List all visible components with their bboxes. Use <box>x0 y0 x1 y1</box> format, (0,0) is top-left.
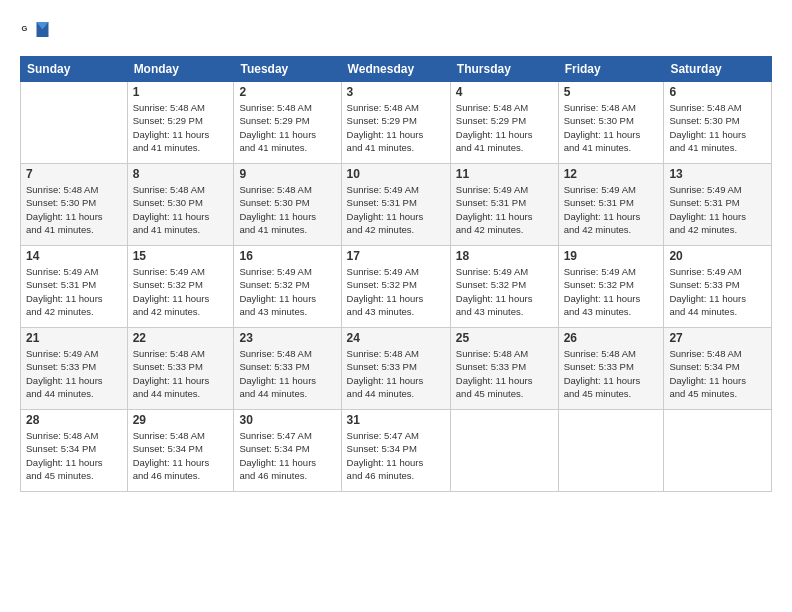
calendar-cell: 3Sunrise: 5:48 AMSunset: 5:29 PMDaylight… <box>341 82 450 164</box>
day-info: Sunrise: 5:48 AMSunset: 5:30 PMDaylight:… <box>133 183 229 236</box>
calendar-cell: 17Sunrise: 5:49 AMSunset: 5:32 PMDayligh… <box>341 246 450 328</box>
day-number: 8 <box>133 167 229 181</box>
day-info: Sunrise: 5:49 AMSunset: 5:32 PMDaylight:… <box>347 265 445 318</box>
day-number: 20 <box>669 249 766 263</box>
calendar-week-4: 28Sunrise: 5:48 AMSunset: 5:34 PMDayligh… <box>21 410 772 492</box>
calendar-table: Sunday Monday Tuesday Wednesday Thursday… <box>20 56 772 492</box>
day-number: 9 <box>239 167 335 181</box>
col-saturday: Saturday <box>664 57 772 82</box>
calendar-cell: 21Sunrise: 5:49 AMSunset: 5:33 PMDayligh… <box>21 328 128 410</box>
day-info: Sunrise: 5:49 AMSunset: 5:33 PMDaylight:… <box>669 265 766 318</box>
day-info: Sunrise: 5:49 AMSunset: 5:31 PMDaylight:… <box>669 183 766 236</box>
day-info: Sunrise: 5:47 AMSunset: 5:34 PMDaylight:… <box>239 429 335 482</box>
day-info: Sunrise: 5:48 AMSunset: 5:30 PMDaylight:… <box>669 101 766 154</box>
day-info: Sunrise: 5:49 AMSunset: 5:31 PMDaylight:… <box>456 183 553 236</box>
header: G <box>20 16 772 46</box>
day-number: 13 <box>669 167 766 181</box>
calendar-cell: 14Sunrise: 5:49 AMSunset: 5:31 PMDayligh… <box>21 246 128 328</box>
day-number: 6 <box>669 85 766 99</box>
calendar-cell: 4Sunrise: 5:48 AMSunset: 5:29 PMDaylight… <box>450 82 558 164</box>
day-info: Sunrise: 5:47 AMSunset: 5:34 PMDaylight:… <box>347 429 445 482</box>
day-number: 25 <box>456 331 553 345</box>
day-info: Sunrise: 5:48 AMSunset: 5:34 PMDaylight:… <box>26 429 122 482</box>
day-number: 18 <box>456 249 553 263</box>
day-info: Sunrise: 5:48 AMSunset: 5:33 PMDaylight:… <box>564 347 659 400</box>
calendar-cell: 30Sunrise: 5:47 AMSunset: 5:34 PMDayligh… <box>234 410 341 492</box>
day-number: 26 <box>564 331 659 345</box>
day-info: Sunrise: 5:49 AMSunset: 5:32 PMDaylight:… <box>239 265 335 318</box>
header-row: Sunday Monday Tuesday Wednesday Thursday… <box>21 57 772 82</box>
day-number: 31 <box>347 413 445 427</box>
day-number: 2 <box>239 85 335 99</box>
calendar-cell: 16Sunrise: 5:49 AMSunset: 5:32 PMDayligh… <box>234 246 341 328</box>
day-number: 5 <box>564 85 659 99</box>
calendar-cell: 1Sunrise: 5:48 AMSunset: 5:29 PMDaylight… <box>127 82 234 164</box>
calendar-cell: 12Sunrise: 5:49 AMSunset: 5:31 PMDayligh… <box>558 164 664 246</box>
day-info: Sunrise: 5:48 AMSunset: 5:33 PMDaylight:… <box>456 347 553 400</box>
day-info: Sunrise: 5:48 AMSunset: 5:33 PMDaylight:… <box>133 347 229 400</box>
day-info: Sunrise: 5:48 AMSunset: 5:29 PMDaylight:… <box>239 101 335 154</box>
day-info: Sunrise: 5:48 AMSunset: 5:30 PMDaylight:… <box>26 183 122 236</box>
calendar-cell: 28Sunrise: 5:48 AMSunset: 5:34 PMDayligh… <box>21 410 128 492</box>
calendar-cell: 13Sunrise: 5:49 AMSunset: 5:31 PMDayligh… <box>664 164 772 246</box>
calendar-week-1: 7Sunrise: 5:48 AMSunset: 5:30 PMDaylight… <box>21 164 772 246</box>
col-sunday: Sunday <box>21 57 128 82</box>
day-number: 14 <box>26 249 122 263</box>
day-info: Sunrise: 5:48 AMSunset: 5:29 PMDaylight:… <box>347 101 445 154</box>
calendar-cell: 31Sunrise: 5:47 AMSunset: 5:34 PMDayligh… <box>341 410 450 492</box>
calendar-cell: 24Sunrise: 5:48 AMSunset: 5:33 PMDayligh… <box>341 328 450 410</box>
day-number: 27 <box>669 331 766 345</box>
calendar-week-3: 21Sunrise: 5:49 AMSunset: 5:33 PMDayligh… <box>21 328 772 410</box>
day-info: Sunrise: 5:48 AMSunset: 5:34 PMDaylight:… <box>133 429 229 482</box>
day-number: 24 <box>347 331 445 345</box>
col-wednesday: Wednesday <box>341 57 450 82</box>
day-number: 23 <box>239 331 335 345</box>
day-info: Sunrise: 5:48 AMSunset: 5:29 PMDaylight:… <box>456 101 553 154</box>
day-info: Sunrise: 5:49 AMSunset: 5:32 PMDaylight:… <box>133 265 229 318</box>
calendar-cell: 25Sunrise: 5:48 AMSunset: 5:33 PMDayligh… <box>450 328 558 410</box>
svg-text:G: G <box>22 24 28 33</box>
day-info: Sunrise: 5:48 AMSunset: 5:33 PMDaylight:… <box>347 347 445 400</box>
day-info: Sunrise: 5:49 AMSunset: 5:32 PMDaylight:… <box>456 265 553 318</box>
day-info: Sunrise: 5:49 AMSunset: 5:33 PMDaylight:… <box>26 347 122 400</box>
calendar-cell: 18Sunrise: 5:49 AMSunset: 5:32 PMDayligh… <box>450 246 558 328</box>
day-number: 7 <box>26 167 122 181</box>
calendar-cell: 22Sunrise: 5:48 AMSunset: 5:33 PMDayligh… <box>127 328 234 410</box>
day-number: 28 <box>26 413 122 427</box>
logo-icon: G <box>20 16 50 46</box>
day-number: 16 <box>239 249 335 263</box>
calendar-cell: 6Sunrise: 5:48 AMSunset: 5:30 PMDaylight… <box>664 82 772 164</box>
day-number: 12 <box>564 167 659 181</box>
calendar-cell: 29Sunrise: 5:48 AMSunset: 5:34 PMDayligh… <box>127 410 234 492</box>
calendar-week-2: 14Sunrise: 5:49 AMSunset: 5:31 PMDayligh… <box>21 246 772 328</box>
day-info: Sunrise: 5:48 AMSunset: 5:30 PMDaylight:… <box>239 183 335 236</box>
day-info: Sunrise: 5:48 AMSunset: 5:29 PMDaylight:… <box>133 101 229 154</box>
calendar-cell <box>558 410 664 492</box>
day-info: Sunrise: 5:49 AMSunset: 5:32 PMDaylight:… <box>564 265 659 318</box>
calendar-cell: 7Sunrise: 5:48 AMSunset: 5:30 PMDaylight… <box>21 164 128 246</box>
calendar-cell: 26Sunrise: 5:48 AMSunset: 5:33 PMDayligh… <box>558 328 664 410</box>
calendar-cell: 27Sunrise: 5:48 AMSunset: 5:34 PMDayligh… <box>664 328 772 410</box>
day-number: 4 <box>456 85 553 99</box>
col-friday: Friday <box>558 57 664 82</box>
day-number: 21 <box>26 331 122 345</box>
day-info: Sunrise: 5:49 AMSunset: 5:31 PMDaylight:… <box>347 183 445 236</box>
calendar-cell: 10Sunrise: 5:49 AMSunset: 5:31 PMDayligh… <box>341 164 450 246</box>
day-number: 10 <box>347 167 445 181</box>
day-number: 15 <box>133 249 229 263</box>
calendar-cell: 23Sunrise: 5:48 AMSunset: 5:33 PMDayligh… <box>234 328 341 410</box>
calendar-cell <box>21 82 128 164</box>
calendar-cell: 9Sunrise: 5:48 AMSunset: 5:30 PMDaylight… <box>234 164 341 246</box>
calendar-cell: 15Sunrise: 5:49 AMSunset: 5:32 PMDayligh… <box>127 246 234 328</box>
calendar-cell: 19Sunrise: 5:49 AMSunset: 5:32 PMDayligh… <box>558 246 664 328</box>
day-number: 17 <box>347 249 445 263</box>
calendar-cell: 20Sunrise: 5:49 AMSunset: 5:33 PMDayligh… <box>664 246 772 328</box>
day-number: 29 <box>133 413 229 427</box>
calendar-cell <box>450 410 558 492</box>
day-number: 22 <box>133 331 229 345</box>
logo: G <box>20 16 54 46</box>
calendar-cell: 8Sunrise: 5:48 AMSunset: 5:30 PMDaylight… <box>127 164 234 246</box>
calendar-cell: 5Sunrise: 5:48 AMSunset: 5:30 PMDaylight… <box>558 82 664 164</box>
col-tuesday: Tuesday <box>234 57 341 82</box>
calendar-cell: 2Sunrise: 5:48 AMSunset: 5:29 PMDaylight… <box>234 82 341 164</box>
